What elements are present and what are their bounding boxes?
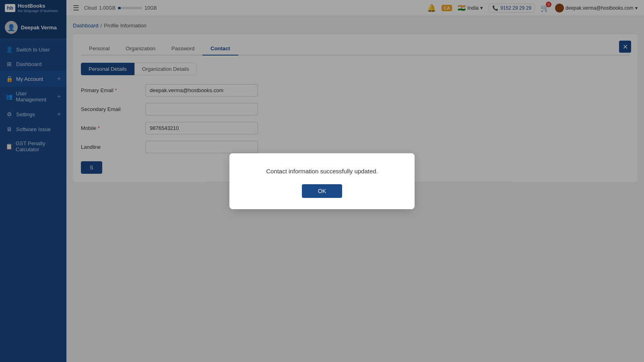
modal-ok-button[interactable]: OK	[302, 184, 342, 198]
success-modal: Contact information successfully updated…	[229, 153, 415, 209]
modal-message: Contact information successfully updated…	[266, 168, 378, 175]
modal-overlay: Contact information successfully updated…	[0, 0, 644, 362]
